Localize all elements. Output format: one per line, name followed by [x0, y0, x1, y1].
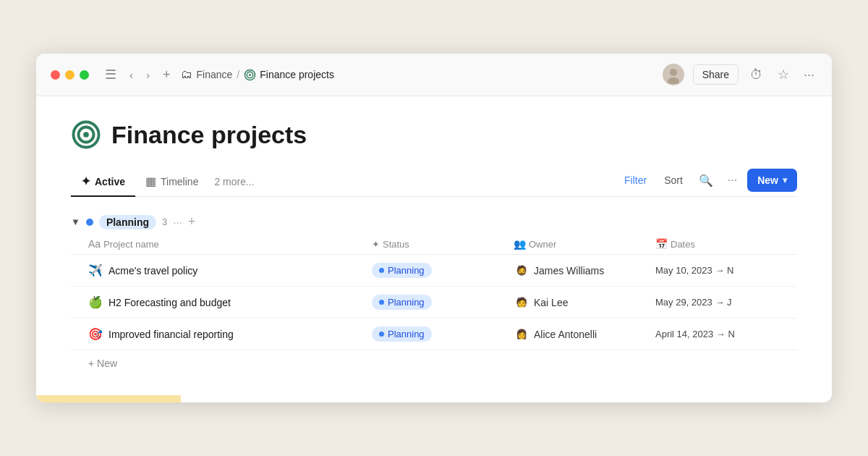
row-emoji-0: ✈️	[88, 263, 103, 277]
status-badge-1: Planning	[372, 295, 432, 310]
avatar	[663, 64, 684, 85]
current-page-name: Finance projects	[260, 69, 334, 80]
add-new-label: + New	[88, 358, 117, 369]
breadcrumb-separator: /	[237, 69, 239, 80]
breadcrumb-parent[interactable]: Finance	[197, 69, 233, 80]
col-header-name: Aa Project name	[88, 238, 372, 250]
row-status-1: Planning	[372, 295, 514, 310]
svg-point-3	[670, 69, 677, 76]
history-icon[interactable]: ⏱	[747, 64, 766, 85]
new-button-label: New	[757, 174, 778, 186]
sort-button[interactable]: Sort	[658, 170, 689, 190]
table-row[interactable]: 🎯 Improved financial reporting Planning …	[71, 318, 797, 350]
back-icon[interactable]: ‹	[127, 66, 136, 84]
status-label-1: Planning	[388, 297, 425, 308]
status-badge-0: Planning	[372, 263, 432, 278]
svg-point-7	[83, 132, 89, 138]
row-dates-2: April 14, 2023 → N	[655, 329, 797, 339]
group-add-icon[interactable]: +	[188, 214, 196, 229]
status-dot-0	[379, 268, 384, 273]
page-target-icon	[71, 119, 101, 150]
row-dates-0: May 10, 2023 → N	[655, 265, 797, 276]
page-title: Finance projects	[111, 121, 307, 149]
page-content: Finance projects ✦ Active ▦ Timeline 2 m…	[36, 96, 832, 389]
tabs-bar: ✦ Active ▦ Timeline 2 more... Filter Sor…	[71, 167, 797, 197]
browser-window: ☰ ‹ › + 🗂 Finance / Finance projects	[36, 54, 832, 402]
minimize-button[interactable]	[65, 70, 75, 80]
status-label-0: Planning	[388, 265, 425, 276]
more-tabs[interactable]: 2 more...	[208, 169, 260, 195]
row-name-0: ✈️ Acme's travel policy	[88, 256, 372, 284]
more-options-button[interactable]: ···	[723, 169, 741, 191]
row-owner-1: 🧑 Kai Lee	[514, 295, 655, 311]
new-button[interactable]: New ▾	[747, 169, 797, 192]
group-more-icon[interactable]: ···	[173, 216, 182, 228]
row-name-2: 🎯 Improved financial reporting	[88, 320, 372, 348]
group-dot	[86, 219, 93, 226]
col-owner-label: Owner	[529, 239, 556, 250]
col-dates-icon: 📅	[655, 238, 668, 250]
owner-name-1: Kai Lee	[534, 297, 568, 308]
add-page-icon[interactable]: +	[160, 64, 174, 85]
col-status-icon: ✦	[372, 239, 380, 250]
parent-page-icon: 🗂	[181, 68, 192, 81]
owner-name-2: Alice Antonelli	[534, 329, 597, 340]
close-button[interactable]	[51, 70, 60, 80]
group-count: 3	[162, 216, 167, 227]
row-emoji-2: 🎯	[88, 327, 103, 341]
owner-avatar-2: 👩	[514, 326, 529, 342]
tabs-left: ✦ Active ▦ Timeline 2 more...	[71, 167, 618, 196]
breadcrumb: 🗂 Finance / Finance projects	[181, 68, 655, 81]
forward-icon[interactable]: ›	[143, 66, 153, 84]
row-project-name-1: H2 Forecasting and budget	[109, 297, 231, 308]
user-avatar-icon	[664, 65, 683, 84]
star-icon[interactable]: ☆	[775, 64, 792, 85]
row-owner-0: 🧔 James Williams	[514, 263, 655, 279]
more-options-icon[interactable]: ···	[801, 64, 817, 85]
group-name: Planning	[99, 215, 156, 229]
page-header: Finance projects	[71, 119, 797, 150]
status-dot-2	[379, 332, 384, 337]
owner-avatar-1: 🧑	[514, 295, 529, 311]
timeline-tab-icon: ▦	[145, 174, 156, 188]
row-status-0: Planning	[372, 263, 514, 278]
group-chevron-icon: ▼	[71, 216, 80, 227]
col-name-icon: Aa	[88, 238, 101, 250]
table-row[interactable]: ✈️ Acme's travel policy Planning 🧔 James…	[71, 255, 797, 287]
breadcrumb-current: Finance projects	[244, 69, 334, 81]
table-header: Aa Project name ✦ Status 👥 Owner 📅 Dates	[71, 234, 797, 255]
row-emoji-1: 🍏	[88, 295, 103, 309]
row-status-2: Planning	[372, 326, 514, 342]
tab-timeline[interactable]: ▦ Timeline	[135, 167, 208, 197]
tabs-right: Filter Sort 🔍 ··· New ▾	[618, 169, 797, 195]
filter-button[interactable]: Filter	[618, 170, 652, 190]
menu-icon[interactable]: ☰	[102, 64, 119, 85]
col-dates-label: Dates	[671, 239, 695, 250]
col-owner-icon: 👥	[514, 238, 526, 250]
share-button[interactable]: Share	[693, 64, 739, 85]
traffic-lights	[51, 70, 89, 80]
tab-active[interactable]: ✦ Active	[71, 167, 135, 197]
group-header[interactable]: ▼ Planning 3 ··· +	[71, 208, 797, 234]
row-project-name-2: Improved financial reporting	[109, 329, 234, 340]
new-button-caret: ▾	[783, 175, 787, 185]
svg-point-4	[668, 77, 679, 84]
row-owner-2: 👩 Alice Antonelli	[514, 326, 655, 342]
title-bar: ☰ ‹ › + 🗂 Finance / Finance projects	[36, 54, 832, 96]
search-icon[interactable]: 🔍	[694, 169, 718, 192]
row-project-name-0: Acme's travel policy	[109, 265, 197, 276]
title-bar-actions: Share ⏱ ☆ ···	[663, 64, 817, 85]
status-dot-1	[379, 300, 384, 305]
bottom-bar	[36, 395, 832, 402]
owner-name-0: James Williams	[534, 265, 604, 276]
active-tab-label: Active	[95, 176, 125, 187]
row-dates-1: May 29, 2023 → J	[655, 297, 797, 308]
maximize-button[interactable]	[80, 70, 89, 80]
status-badge-2: Planning	[372, 326, 432, 342]
col-header-status: ✦ Status	[372, 238, 514, 250]
svg-point-2	[249, 74, 251, 76]
table-row[interactable]: 🍏 H2 Forecasting and budget Planning 🧑 K…	[71, 287, 797, 318]
col-status-label: Status	[383, 239, 409, 250]
col-header-dates: 📅 Dates	[655, 238, 797, 250]
add-new-row[interactable]: + New	[71, 350, 797, 372]
